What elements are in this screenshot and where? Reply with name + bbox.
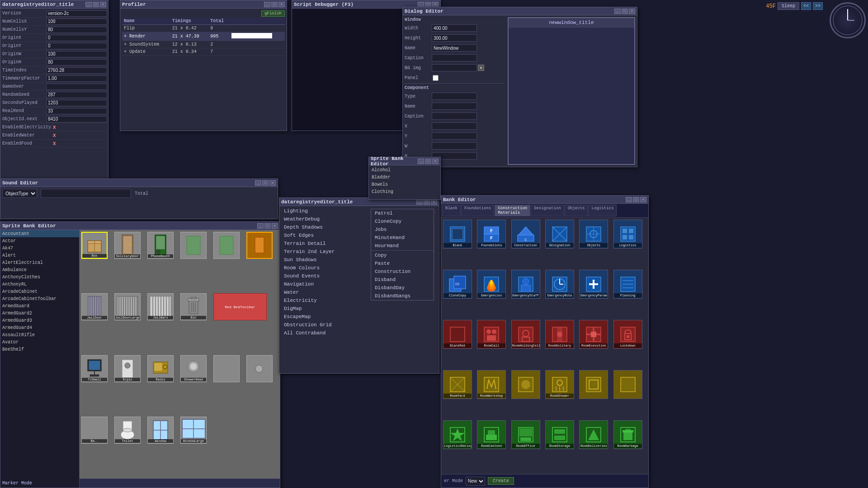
- bank-cell-foundations[interactable]: F F Foundations: [477, 220, 506, 249]
- input-realrend[interactable]: [46, 108, 107, 114]
- bank-cell-execution[interactable]: RoomExecution: [579, 320, 608, 349]
- input-originy[interactable]: [46, 43, 107, 49]
- bank-cell-office[interactable]: RoomOffice: [511, 420, 540, 449]
- sb-top-restore[interactable]: □: [425, 159, 431, 164]
- bank-cell-blankred[interactable]: BlankRed: [443, 320, 472, 349]
- bank-cell-canteen[interactable]: RoomCanteen: [477, 420, 506, 449]
- component-y-input[interactable]: [432, 132, 477, 140]
- bank-cell-workshop[interactable]: RoomWorkshop: [477, 370, 506, 399]
- context-item-hourhand[interactable]: HourHand: [371, 242, 434, 250]
- list-item[interactable]: Actor: [0, 237, 79, 244]
- drc-close[interactable]: ×: [431, 199, 437, 205]
- sb-bottom-close[interactable]: ×: [272, 223, 278, 229]
- sprite-bank-bottom-titlebar[interactable]: Sprite Bank Editor _ □ ×: [0, 222, 280, 230]
- debugger-close[interactable]: ×: [432, 2, 439, 7]
- sb-top-close[interactable]: ×: [432, 159, 439, 164]
- list-item[interactable]: ArmedGuard2: [0, 310, 79, 317]
- list-item[interactable]: ArmedGuard: [0, 302, 79, 310]
- component-caption-input[interactable]: [432, 113, 477, 120]
- bank-cell-holdingcell[interactable]: RoomHoldingCell: [511, 320, 540, 349]
- debugger-restore[interactable]: □: [425, 2, 431, 7]
- context-item-patrol[interactable]: Patrol: [371, 209, 434, 217]
- list-item-clothing[interactable]: Clothing: [370, 188, 439, 195]
- list-item[interactable]: AnthonyRL: [0, 281, 79, 288]
- sprite-cell[interactable]: JailDoorLarge: [114, 293, 141, 320]
- sprite-cell[interactable]: Toilet: [114, 417, 141, 444]
- tab-logistics[interactable]: Logistics: [588, 205, 617, 216]
- input-secondsplayed[interactable]: [46, 100, 107, 106]
- sprite-cell[interactable]: Drpin: [114, 355, 141, 382]
- menu-item-digmap[interactable]: DigMap: [280, 305, 438, 313]
- sprite-cell[interactable]: [213, 355, 240, 382]
- bgimg-picker[interactable]: ▼: [478, 65, 484, 71]
- input-originx[interactable]: [46, 35, 107, 41]
- restore-btn[interactable]: □: [93, 2, 99, 7]
- sound-close[interactable]: ×: [269, 180, 276, 186]
- tab-designation[interactable]: Designation: [531, 205, 564, 216]
- list-item[interactable]: BeeShelf: [0, 346, 79, 353]
- tab-objects[interactable]: Objects: [565, 205, 588, 216]
- create-button[interactable]: Create: [488, 477, 514, 485]
- close-btn[interactable]: ×: [100, 2, 106, 7]
- bank-cell-storage[interactable]: RoomStorage: [545, 420, 574, 449]
- list-item[interactable]: AssaultRifle: [0, 331, 79, 338]
- sprite-cell[interactable]: Bin: [180, 293, 207, 320]
- sprite-cell[interactable]: [246, 355, 273, 382]
- bank-cell-lockdown[interactable]: Lockdown: [613, 320, 642, 349]
- component-w-input[interactable]: [432, 142, 477, 150]
- list-item[interactable]: Ambulance: [0, 266, 79, 273]
- component-name-input[interactable]: [432, 103, 477, 110]
- dialog-panel-checkbox[interactable]: [433, 75, 439, 81]
- dialog-height-input[interactable]: [432, 34, 477, 42]
- list-item-bowels[interactable]: Bowels: [370, 181, 439, 188]
- bank-cell-construction[interactable]: C Construction: [511, 220, 540, 249]
- input-objectidnext[interactable]: [46, 116, 107, 122]
- profiler-minimize[interactable]: _: [264, 2, 270, 7]
- bank-cell-room6[interactable]: [613, 370, 642, 399]
- tab-blank[interactable]: Blank: [442, 205, 461, 216]
- list-item-bladder[interactable]: Bladder: [370, 174, 439, 181]
- gfinish-button[interactable]: gFinish: [261, 10, 285, 17]
- sprite-cell[interactable]: Ba..: [81, 417, 108, 444]
- bank-cell-emergencies[interactable]: Emergencies: [477, 270, 506, 299]
- dialog-name-input[interactable]: [432, 44, 477, 52]
- list-item[interactable]: Alert: [0, 252, 79, 259]
- input-version[interactable]: [46, 10, 107, 17]
- sprite-bank-top-titlebar[interactable]: Sprite Bank Editor _ □ ×: [369, 157, 440, 165]
- dialog-restore[interactable]: □: [622, 9, 628, 14]
- sound-search-input[interactable]: [41, 189, 131, 198]
- list-item[interactable]: AlertElectrical: [0, 259, 79, 266]
- dialog-caption-input[interactable]: [432, 54, 477, 61]
- sprite-cell[interactable]: Red BedToolbar: [213, 293, 267, 320]
- input-gameover[interactable]: [46, 84, 107, 90]
- profiler-restore[interactable]: □: [271, 2, 278, 7]
- list-item[interactable]: ArmedGuard3: [0, 317, 79, 324]
- list-item[interactable]: AnthonyClothes: [0, 273, 79, 281]
- bank-cell-deliveries[interactable]: RoomDeliveries: [579, 420, 608, 449]
- sprite-cell[interactable]: TvSmall: [81, 355, 108, 382]
- list-item-alcohol[interactable]: Alcohol: [370, 166, 439, 174]
- tab-foundations[interactable]: Foundations: [461, 205, 494, 216]
- be-restore[interactable]: □: [633, 197, 639, 202]
- context-item-construction[interactable]: Construction: [371, 267, 434, 276]
- menu-item-contraband[interactable]: All Contraband: [280, 329, 438, 337]
- sb-bottom-restore[interactable]: □: [264, 223, 271, 229]
- bank-cell-solitary[interactable]: RoomSolitary: [545, 320, 574, 349]
- bank-cell-objects[interactable]: Objects: [579, 220, 608, 249]
- input-originh[interactable]: [46, 59, 107, 66]
- context-item-disband[interactable]: Disband: [371, 276, 434, 284]
- sprite-cell[interactable]: [180, 232, 207, 259]
- sprite-cell[interactable]: [213, 232, 240, 259]
- be-close[interactable]: ×: [640, 197, 646, 202]
- bank-cell-clonecopy[interactable]: CC CloneCopy: [443, 270, 472, 299]
- context-item-disbandday[interactable]: DisbandDay: [371, 284, 434, 292]
- context-item-clonecopy[interactable]: CloneCopy: [371, 217, 434, 225]
- bank-cell-yard[interactable]: RoomYard: [443, 370, 472, 399]
- sound-minimize[interactable]: _: [255, 180, 261, 186]
- context-item-copy[interactable]: Copy: [371, 251, 434, 259]
- input-timewarp[interactable]: [46, 75, 107, 82]
- list-item[interactable]: Accountant: [0, 230, 79, 237]
- sprite-cell[interactable]: SolitaryDoor: [114, 232, 141, 259]
- bank-cell-logistics-rating[interactable]: LogisticsRating: [443, 420, 472, 449]
- sprite-cell[interactable]: Window: [147, 417, 174, 444]
